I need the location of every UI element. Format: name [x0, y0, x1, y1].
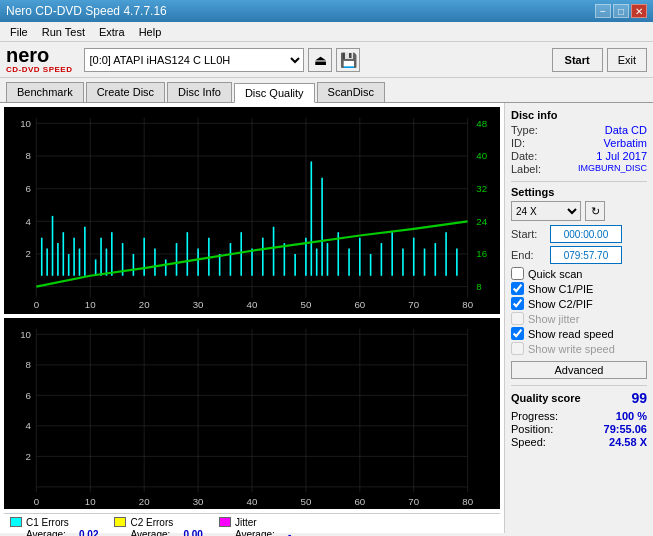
progress-row: Progress: 100 %	[511, 410, 647, 422]
svg-text:10: 10	[20, 328, 31, 339]
menu-extra[interactable]: Extra	[93, 25, 131, 39]
show-write-speed-checkbox[interactable]	[511, 342, 524, 355]
advanced-button[interactable]: Advanced	[511, 361, 647, 379]
label-label: Label:	[511, 163, 541, 175]
chart-legend: C1 Errors Average:0.02 Maximum:7 Total:8…	[4, 513, 500, 536]
exit-button[interactable]: Exit	[607, 48, 647, 72]
svg-text:10: 10	[85, 299, 96, 310]
right-panel: Disc info Type: Data CD ID: Verbatim Dat…	[505, 103, 653, 533]
svg-text:20: 20	[139, 299, 150, 310]
jitter-avg-val: -	[288, 529, 291, 536]
maximize-button[interactable]: □	[613, 4, 629, 18]
speed-selector[interactable]: 24 X	[511, 201, 581, 221]
show-c2-checkbox[interactable]	[511, 297, 524, 310]
quality-score-row: Quality score 99	[511, 385, 647, 406]
svg-text:70: 70	[408, 496, 419, 507]
svg-text:50: 50	[301, 299, 312, 310]
svg-text:8: 8	[26, 359, 31, 370]
date-value: 1 Jul 2017	[596, 150, 647, 162]
tab-disc-quality[interactable]: Disc Quality	[234, 83, 315, 103]
show-c1-checkbox[interactable]	[511, 282, 524, 295]
show-read-speed-checkbox[interactable]	[511, 327, 524, 340]
position-row: Position: 79:55.06	[511, 423, 647, 435]
quality-score-value: 99	[631, 390, 647, 406]
save-button[interactable]: 💾	[336, 48, 360, 72]
svg-text:20: 20	[139, 496, 150, 507]
disc-id-row: ID: Verbatim	[511, 137, 647, 149]
svg-text:4: 4	[26, 420, 32, 431]
show-jitter-label: Show jitter	[528, 313, 579, 325]
svg-text:6: 6	[26, 183, 31, 194]
c1-color	[10, 517, 22, 527]
id-label: ID:	[511, 137, 525, 149]
svg-text:10: 10	[85, 496, 96, 507]
menu-file[interactable]: File	[4, 25, 34, 39]
disc-date-row: Date: 1 Jul 2017	[511, 150, 647, 162]
start-field-label: Start:	[511, 228, 546, 240]
app-title: Nero CD-DVD Speed 4.7.7.16	[6, 4, 167, 18]
disc-label-row: Label: IMGBURN_DISC	[511, 163, 647, 175]
date-label: Date:	[511, 150, 537, 162]
eject-button[interactable]: ⏏	[308, 48, 332, 72]
svg-text:40: 40	[247, 496, 258, 507]
tab-scandisc[interactable]: ScanDisc	[317, 82, 385, 102]
svg-text:40: 40	[247, 299, 258, 310]
drive-selector[interactable]: [0:0] ATAPI iHAS124 C LL0H	[84, 48, 304, 72]
end-field-row: End:	[511, 246, 647, 264]
svg-text:8: 8	[476, 281, 481, 292]
c2-avg-val: 0.00	[183, 529, 202, 536]
svg-text:16: 16	[476, 248, 487, 259]
speed-row: 24 X ↻	[511, 201, 647, 221]
show-write-speed-label: Show write speed	[528, 343, 615, 355]
svg-text:30: 30	[193, 299, 204, 310]
chart-area: 10 8 6 4 2 48 40 32 24 16 8 0 10 20 30 4…	[0, 103, 505, 533]
svg-text:6: 6	[26, 389, 31, 400]
start-button[interactable]: Start	[552, 48, 603, 72]
settings-section: Settings 24 X ↻ Start: End: Quick scan	[511, 186, 647, 379]
show-jitter-checkbox[interactable]	[511, 312, 524, 325]
start-field-row: Start:	[511, 225, 647, 243]
svg-text:24: 24	[476, 216, 487, 227]
svg-text:70: 70	[408, 299, 419, 310]
svg-text:60: 60	[354, 299, 365, 310]
jitter-label: Jitter	[235, 517, 257, 528]
refresh-button[interactable]: ↻	[585, 201, 605, 221]
menu-run-test[interactable]: Run Test	[36, 25, 91, 39]
svg-text:8: 8	[26, 150, 31, 161]
main-content: 10 8 6 4 2 48 40 32 24 16 8 0 10 20 30 4…	[0, 103, 653, 533]
type-value: Data CD	[605, 124, 647, 136]
legend-c1-errors: C1 Errors Average:0.02 Maximum:7 Total:8…	[10, 517, 98, 536]
toolbar: nero CD-DVD SPEED [0:0] ATAPI iHAS124 C …	[0, 42, 653, 78]
close-button[interactable]: ✕	[631, 4, 647, 18]
svg-text:2: 2	[26, 248, 31, 259]
quality-score-label: Quality score	[511, 392, 581, 404]
tab-bar: Benchmark Create Disc Disc Info Disc Qua…	[0, 78, 653, 103]
c2-label: C2 Errors	[130, 517, 173, 528]
c1-label: C1 Errors	[26, 517, 69, 528]
show-c2-label: Show C2/PIF	[528, 298, 593, 310]
disc-info-title: Disc info	[511, 109, 647, 121]
svg-text:80: 80	[462, 496, 473, 507]
svg-text:60: 60	[354, 496, 365, 507]
end-field[interactable]	[550, 246, 622, 264]
settings-title: Settings	[511, 186, 647, 198]
top-chart-container: 10 8 6 4 2 48 40 32 24 16 8 0 10 20 30 4…	[4, 107, 500, 314]
legend-jitter: Jitter Average:- Maximum:-	[219, 517, 291, 536]
tab-create-disc[interactable]: Create Disc	[86, 82, 165, 102]
tab-benchmark[interactable]: Benchmark	[6, 82, 84, 102]
logo: nero CD-DVD SPEED	[6, 45, 72, 74]
start-field[interactable]	[550, 225, 622, 243]
svg-text:48: 48	[476, 118, 487, 129]
svg-text:40: 40	[476, 150, 487, 161]
progress-value: 100 %	[616, 410, 647, 422]
menu-bar: File Run Test Extra Help	[0, 22, 653, 42]
svg-text:32: 32	[476, 183, 487, 194]
tab-disc-info[interactable]: Disc Info	[167, 82, 232, 102]
quick-scan-checkbox[interactable]	[511, 267, 524, 280]
quick-scan-label: Quick scan	[528, 268, 582, 280]
speed-label: Speed:	[511, 436, 546, 448]
end-field-label: End:	[511, 249, 546, 261]
menu-help[interactable]: Help	[133, 25, 168, 39]
disc-type-row: Type: Data CD	[511, 124, 647, 136]
minimize-button[interactable]: −	[595, 4, 611, 18]
